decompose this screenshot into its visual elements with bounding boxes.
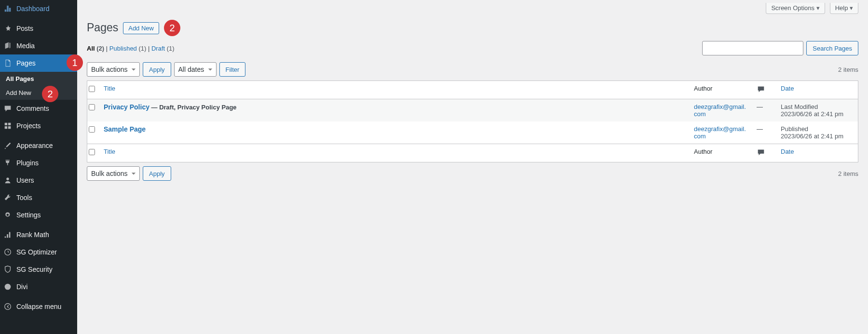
col-footer-title[interactable]: Title	[99, 144, 689, 162]
sidebar-item-users[interactable]: Users	[0, 172, 77, 189]
sidebar-label: Projects	[16, 122, 41, 130]
bulk-actions-select-bottom[interactable]: Bulk actions	[87, 166, 140, 181]
filter-draft[interactable]: Draft (1)	[151, 45, 175, 52]
media-icon	[3, 41, 13, 51]
sidebar-item-comments[interactable]: Comments	[0, 100, 77, 117]
col-header-comments[interactable]	[752, 81, 776, 99]
sidebar-label: Users	[16, 176, 34, 184]
help-toggle[interactable]: Help	[830, 3, 858, 14]
pages-table: Title Author Date Privacy Policy — Draft…	[87, 80, 858, 162]
date-value: 2023/06/26 at 2:41 pm	[781, 133, 843, 140]
projects-icon	[3, 121, 13, 131]
col-footer-comments[interactable]	[752, 144, 776, 162]
col-header-author[interactable]: Author	[689, 81, 752, 99]
table-row: Sample Page deezgrafix@gmail.com — Publi…	[87, 121, 858, 144]
apply-button-top[interactable]: Apply	[143, 62, 171, 77]
screen-options-toggle[interactable]: Screen Options	[766, 3, 825, 14]
svg-point-2	[5, 284, 11, 290]
comments-icon	[3, 104, 13, 113]
col-footer-date[interactable]: Date	[776, 144, 858, 162]
col-footer-author[interactable]: Author	[689, 144, 752, 162]
sidebar-item-dashboard[interactable]: Dashboard	[0, 0, 77, 17]
items-count-top: 2 items	[838, 66, 858, 73]
filter-published[interactable]: Published (1)	[109, 45, 147, 52]
col-header-title[interactable]: Title	[99, 81, 689, 99]
sidebar-label: SG Optimizer	[16, 248, 57, 256]
filter-button[interactable]: Filter	[219, 62, 246, 77]
sidebar-item-posts[interactable]: Posts	[0, 20, 77, 37]
sidebar-item-rankmath[interactable]: Rank Math	[0, 226, 77, 243]
sidebar-label: Posts	[16, 25, 33, 32]
sidebar-item-tools[interactable]: Tools	[0, 189, 77, 206]
svg-point-0	[6, 178, 9, 180]
sidebar-item-divi[interactable]: Divi	[0, 278, 77, 295]
sidebar-item-projects[interactable]: Projects	[0, 117, 77, 134]
collapse-icon	[3, 302, 13, 311]
row-state: — Draft, Privacy Policy Page	[149, 104, 237, 111]
sidebar-label: Dashboard	[16, 5, 50, 13]
annotation-badge-1: 1	[67, 54, 83, 71]
sidebar-item-appearance[interactable]: Appearance	[0, 137, 77, 154]
submenu-all-pages[interactable]: All Pages	[0, 72, 77, 86]
bulk-actions-select[interactable]: Bulk actions	[87, 62, 140, 77]
rankmath-icon	[3, 230, 13, 240]
sidebar-label: Rank Math	[16, 231, 49, 239]
comment-bubble-icon	[757, 148, 765, 157]
sidebar-item-pages[interactable]: Pages 1	[0, 54, 77, 72]
author-link[interactable]: deezgrafix@gmail.com	[694, 103, 746, 118]
sgsecurity-icon	[3, 265, 13, 274]
filter-all[interactable]: All (2)	[87, 45, 104, 52]
admin-sidebar: Dashboard Posts Media Pages 1 All Pages …	[0, 0, 77, 334]
sidebar-label: Plugins	[16, 159, 39, 167]
select-all-top[interactable]	[89, 86, 95, 92]
page-title: Pages	[87, 21, 118, 35]
sidebar-label: Media	[16, 42, 35, 50]
pages-submenu: All Pages Add New 2	[0, 72, 77, 100]
page-header: Pages Add New 2	[87, 14, 858, 41]
sidebar-item-settings[interactable]: Settings	[0, 206, 77, 224]
sidebar-item-collapse[interactable]: Collapse menu	[0, 298, 77, 315]
comment-bubble-icon	[757, 85, 765, 94]
divi-icon	[3, 282, 13, 292]
sidebar-item-plugins[interactable]: Plugins	[0, 154, 77, 172]
date-status: Published	[781, 125, 808, 133]
col-header-date[interactable]: Date	[776, 81, 858, 99]
row-checkbox[interactable]	[89, 126, 95, 133]
sidebar-item-sgsecurity[interactable]: SG Security	[0, 261, 77, 278]
search-box: Search Pages	[702, 41, 858, 55]
sidebar-label: Pages	[16, 59, 36, 67]
comments-count: —	[757, 103, 763, 110]
row-title-link[interactable]: Privacy Policy	[104, 103, 149, 111]
plug-icon	[3, 158, 13, 168]
sidebar-item-media[interactable]: Media	[0, 37, 77, 54]
add-new-button[interactable]: Add New	[123, 22, 159, 34]
sidebar-item-sgoptimizer[interactable]: SG Optimizer	[0, 243, 77, 261]
apply-button-bottom[interactable]: Apply	[143, 166, 171, 181]
sidebar-label: Collapse menu	[16, 303, 61, 310]
annotation-badge-2: 2	[42, 86, 58, 102]
date-status: Last Modified	[781, 103, 818, 110]
dashboard-icon	[3, 4, 13, 13]
search-button[interactable]: Search Pages	[806, 41, 858, 55]
sidebar-label: Divi	[16, 283, 27, 291]
status-filters: All (2) | Published (1) | Draft (1)	[87, 45, 175, 52]
dates-filter-select[interactable]: All dates	[174, 62, 217, 77]
main-content: Screen Options Help Pages Add New 2 All …	[77, 0, 868, 334]
date-value: 2023/06/26 at 2:41 pm	[781, 110, 843, 118]
sidebar-label: SG Security	[16, 266, 53, 273]
select-all-bottom[interactable]	[89, 149, 95, 155]
table-row: Privacy Policy — Draft, Privacy Policy P…	[87, 99, 858, 121]
annotation-badge-3: 2	[164, 20, 180, 36]
pages-icon	[3, 58, 13, 68]
sidebar-label: Settings	[16, 211, 41, 219]
comments-count: —	[757, 125, 763, 133]
submenu-add-new[interactable]: Add New 2	[0, 86, 77, 100]
search-input[interactable]	[702, 41, 803, 55]
settings-icon	[3, 210, 13, 220]
sidebar-label: Appearance	[16, 142, 53, 149]
row-checkbox[interactable]	[89, 104, 95, 110]
sidebar-label: Tools	[16, 194, 32, 201]
author-link[interactable]: deezgrafix@gmail.com	[694, 125, 746, 140]
row-title-link[interactable]: Sample Page	[104, 125, 146, 133]
sgoptimizer-icon	[3, 247, 13, 257]
